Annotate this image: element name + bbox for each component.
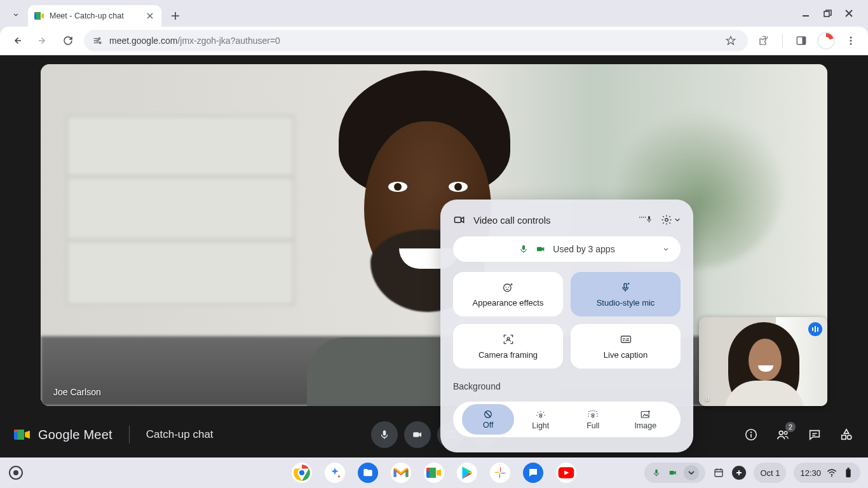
nav-back-button[interactable]: [8, 31, 27, 50]
browser-menu-button[interactable]: [841, 31, 860, 50]
battery-icon: [843, 467, 854, 478]
meet-app-icon[interactable]: [424, 463, 444, 483]
quick-settings-pill[interactable]: 12:30: [794, 463, 860, 483]
svg-point-17: [847, 435, 851, 439]
tab-close-button[interactable]: [145, 11, 155, 21]
self-name-label: u: [705, 395, 709, 402]
svg-point-49: [597, 416, 598, 417]
bg-option-image[interactable]: Image: [620, 409, 672, 430]
face-sparkle-icon: [502, 281, 515, 294]
self-view-tile[interactable]: u: [699, 317, 827, 406]
new-tab-button[interactable]: [166, 7, 184, 25]
live-caption-tile[interactable]: Live caption: [571, 324, 681, 369]
side-panel-button[interactable]: [792, 31, 811, 50]
window-restore-button[interactable]: [822, 8, 832, 18]
browser-chrome: Meet - Catch-up chat meet.google.com/jmx…: [0, 0, 868, 55]
window-minimize-button[interactable]: [801, 8, 811, 18]
chat-button[interactable]: [807, 427, 822, 442]
youtube-app-icon[interactable]: [556, 463, 576, 483]
url-text: meet.google.com/jmx-zgoh-jka?authuser=0: [109, 36, 280, 46]
star-icon: [725, 35, 736, 46]
gmail-app-icon[interactable]: [391, 463, 411, 483]
svg-point-20: [641, 217, 642, 218]
blur-light-icon: [535, 409, 546, 419]
svg-point-47: [597, 413, 598, 414]
bookmark-button[interactable]: [721, 31, 740, 50]
chat-icon: [808, 428, 822, 442]
meet-favicon-icon: [34, 11, 44, 21]
mic-header-button[interactable]: [639, 214, 651, 226]
reload-icon: [62, 35, 74, 46]
bg-option-full[interactable]: Full: [567, 409, 620, 430]
svg-point-27: [503, 284, 511, 292]
caret-down-icon: [674, 217, 681, 223]
panel-title: Video call controls: [473, 215, 550, 226]
panel-settings-button[interactable]: [660, 214, 673, 226]
camera-toggle-button[interactable]: [404, 421, 431, 448]
blur-full-icon: [587, 409, 599, 419]
extensions-button[interactable]: [754, 31, 773, 50]
svg-point-1: [98, 37, 100, 39]
browser-toolbar: meet.google.com/jmx-zgoh-jka?authuser=0: [0, 27, 868, 55]
svg-point-42: [591, 410, 592, 412]
background-section-label: Background: [453, 381, 681, 391]
svg-point-8: [850, 43, 851, 44]
camera-framing-tile[interactable]: Camera framing: [453, 324, 563, 369]
play-store-app-icon[interactable]: [457, 463, 477, 483]
browser-tab[interactable]: Meet - Catch-up chat: [28, 5, 161, 27]
close-icon: [147, 13, 153, 19]
mic-level-icon: [639, 214, 651, 226]
address-bar[interactable]: meet.google.com/jmx-zgoh-jka?authuser=0: [84, 30, 748, 51]
svg-point-3: [99, 42, 101, 44]
site-info-button[interactable]: [92, 35, 103, 46]
brand-text: Google Meet: [38, 428, 112, 442]
assistant-app-icon[interactable]: [325, 463, 345, 483]
files-app-icon[interactable]: [358, 463, 378, 483]
launcher-button[interactable]: [9, 466, 23, 480]
bg-option-off[interactable]: Off: [462, 404, 515, 435]
arrow-right-icon: [37, 35, 48, 46]
minimize-icon: [801, 9, 810, 18]
tab-search-button[interactable]: [6, 5, 25, 24]
activities-button[interactable]: [839, 427, 854, 442]
window-close-button[interactable]: [844, 8, 854, 18]
usage-text: Used by 3 apps: [553, 244, 614, 254]
nav-forward-button[interactable]: [33, 31, 52, 50]
shelf-apps: [292, 463, 576, 483]
system-tray: Oct 1 12:30: [644, 463, 860, 483]
profile-button[interactable]: [817, 32, 835, 50]
mic-toggle-button[interactable]: [371, 421, 398, 448]
svg-rect-16: [842, 435, 846, 439]
speaking-indicator-icon: [808, 322, 822, 336]
studio-mic-tile[interactable]: Studio-style mic: [571, 272, 681, 316]
svg-point-46: [588, 413, 590, 414]
calendar-icon: [713, 467, 724, 478]
svg-point-15: [784, 431, 787, 435]
chromeos-shelf: Oct 1 12:30: [0, 458, 868, 488]
feature-tiles: Appearance effects Studio-style mic Came…: [453, 272, 681, 369]
svg-point-21: [643, 217, 644, 218]
media-controls-pill[interactable]: [644, 463, 705, 483]
nav-reload-button[interactable]: [58, 31, 78, 50]
chrome-app-icon[interactable]: [292, 463, 312, 483]
tray-collapse-button[interactable]: [684, 465, 699, 480]
svg-rect-59: [846, 469, 850, 477]
appearance-effects-tile[interactable]: Appearance effects: [453, 272, 563, 316]
svg-point-39: [544, 414, 545, 416]
bg-option-light[interactable]: Light: [515, 409, 567, 430]
meet-app: Joe Carlson u Google Meet Catch-up chat …: [0, 55, 868, 458]
mic-green-icon: [519, 244, 529, 254]
photos-app-icon[interactable]: [490, 463, 510, 483]
svg-point-29: [508, 287, 509, 288]
phone-hub-button[interactable]: [732, 466, 746, 480]
svg-rect-18: [455, 217, 461, 222]
calendar-tray-button[interactable]: [713, 467, 724, 478]
center-focus-icon: [502, 333, 515, 346]
restore-icon: [823, 9, 832, 18]
messages-app-icon[interactable]: [523, 463, 543, 483]
meeting-info-button[interactable]: [743, 427, 759, 442]
people-button[interactable]: 2: [775, 427, 790, 442]
device-usage-dropdown[interactable]: Used by 3 apps: [453, 236, 681, 262]
svg-rect-56: [670, 471, 674, 475]
status-pill[interactable]: Oct 1: [754, 463, 786, 483]
